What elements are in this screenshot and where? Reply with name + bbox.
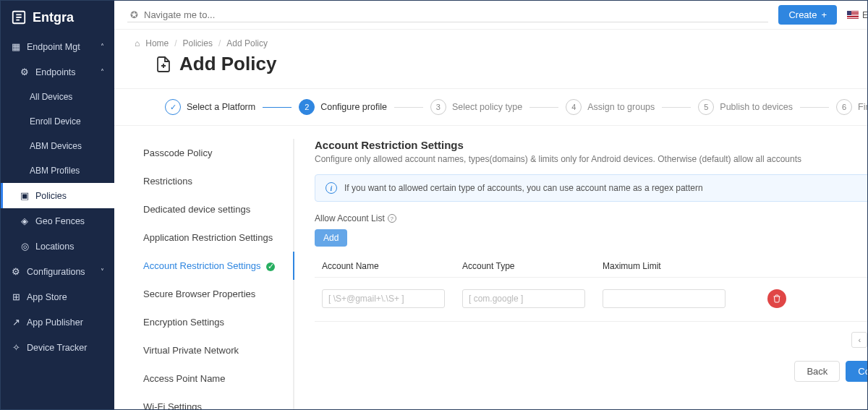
gear-icon: ⚙: [11, 266, 21, 277]
brand-name: Entgra: [33, 10, 74, 25]
step-label: Assign to groups: [587, 102, 655, 112]
step-6[interactable]: 6 Finish: [836, 99, 868, 115]
sidebar-label: App Store: [27, 292, 67, 302]
publish-icon: ↗: [11, 317, 21, 328]
sidebar-label: ABM Profiles: [30, 166, 80, 176]
create-label: Create: [788, 9, 817, 20]
nodes-icon: ⚙: [20, 67, 30, 77]
sidebar-label: Endpoints: [35, 67, 76, 77]
step-label: Select a Platform: [187, 102, 255, 112]
track-icon: ✧: [11, 342, 21, 353]
sidebar-item-abm-devices[interactable]: ABM Devices: [1, 134, 114, 158]
sidebar-item-locations[interactable]: ◎ Locations: [1, 234, 114, 259]
tab-restrictions[interactable]: Restrictions: [139, 167, 286, 195]
step-label: Configure profile: [320, 102, 387, 112]
step-5[interactable]: 5 Publish to devices: [698, 99, 793, 115]
chevron-down-icon: ˅: [101, 268, 104, 276]
account-name-input[interactable]: [322, 289, 445, 308]
policy-icon: ▣: [20, 190, 30, 201]
sidebar-label: Device Tracker: [27, 343, 87, 353]
sidebar-item-policies[interactable]: ▣ Policies: [1, 183, 114, 208]
delete-row-button[interactable]: [767, 289, 786, 308]
max-limit-input[interactable]: [603, 289, 726, 308]
help-icon[interactable]: ?: [388, 214, 396, 223]
sidebar-item-geo-fences[interactable]: ◈ Geo Fences: [1, 208, 114, 234]
plus-icon: +: [821, 9, 827, 20]
account-type-input[interactable]: [462, 289, 585, 308]
compass-icon: ✪: [130, 9, 138, 20]
col-account-name: Account Name: [322, 261, 459, 271]
step-2[interactable]: 2 Configure profile: [299, 99, 387, 115]
file-plus-icon: [155, 56, 172, 73]
sidebar-item-app-store[interactable]: ⊞ App Store: [1, 284, 114, 309]
sidebar-item-app-publisher[interactable]: ↗ App Publisher: [1, 309, 114, 335]
sidebar-label: Geo Fences: [35, 216, 85, 226]
allow-list-label: Allow Account List ?: [315, 213, 868, 223]
step-label: Publish to devices: [720, 102, 793, 112]
grid-icon: ▦: [11, 41, 21, 52]
sidebar-item-configurations[interactable]: ⚙ Configurations ˅: [1, 259, 114, 284]
sidebar-label: Configurations: [27, 267, 85, 277]
us-flag-icon: [847, 11, 859, 19]
breadcrumb: ⌂ Home / Policies / Add Policy: [135, 38, 868, 48]
col-account-type: Account Type: [462, 261, 600, 271]
col-max-limit: Maximum Limit: [603, 261, 740, 271]
chevron-up-icon: ˄: [101, 43, 104, 51]
tab-passcode[interactable]: Passcode Policy: [139, 139, 286, 167]
sidebar-label: All Devices: [30, 92, 72, 102]
logo-icon: [11, 9, 27, 25]
sidebar-label: ABM Devices: [30, 141, 82, 151]
sidebar-label: App Publisher: [27, 317, 83, 328]
check-icon: ✓: [165, 99, 181, 115]
tab-account-restriction[interactable]: Account Restriction Settings ✓: [139, 252, 286, 280]
step-label: Select policy type: [452, 102, 522, 112]
sidebar-item-device-tracker[interactable]: ✧ Device Tracker: [1, 335, 114, 360]
sidebar-item-enroll-device[interactable]: Enroll Device: [1, 109, 114, 134]
tab-wifi[interactable]: Wi-Fi Settings: [139, 393, 286, 409]
sidebar-label: Policies: [35, 191, 67, 201]
tab-label: Account Restriction Settings: [143, 260, 261, 271]
continue-button[interactable]: Continue: [846, 361, 868, 382]
sidebar-item-endpoint-mgt[interactable]: ▦ Endpoint Mgt ˄: [1, 34, 114, 59]
pin-icon: ◎: [20, 241, 30, 252]
trash-icon: [773, 294, 781, 303]
tab-vpn[interactable]: Virtual Private Network: [139, 336, 286, 364]
home-icon: ⌂: [135, 38, 140, 48]
pagination: ‹ 1 ›: [315, 332, 868, 348]
table-row: [315, 278, 868, 322]
sidebar-item-abm-profiles[interactable]: ABM Profiles: [1, 158, 114, 183]
language-label: English: [862, 10, 868, 20]
crumb-home[interactable]: Home: [145, 38, 169, 48]
tab-secure-browser[interactable]: Secure Browser Properties: [139, 280, 286, 308]
search-input[interactable]: [144, 9, 765, 20]
step-4[interactable]: 4 Assign to groups: [566, 99, 655, 115]
add-button[interactable]: Add: [315, 229, 347, 247]
tab-dedicated[interactable]: Dedicated device settings: [139, 195, 286, 223]
chevron-up-icon: ˄: [101, 68, 104, 76]
panel-subtitle: Configure only allowed account names, ty…: [315, 154, 801, 164]
sidebar-item-all-devices[interactable]: All Devices: [1, 85, 114, 109]
store-icon: ⊞: [11, 291, 21, 302]
fence-icon: ◈: [20, 215, 30, 226]
panel-title: Account Restriction Settings: [315, 139, 801, 151]
page-title: Add Policy: [155, 53, 868, 75]
info-banner: i If you want to allowed certain type of…: [315, 174, 868, 202]
crumb-current: Add Policy: [226, 38, 268, 48]
tab-app-restriction[interactable]: Application Restriction Settings: [139, 223, 286, 252]
brand-logo[interactable]: Entgra: [1, 1, 114, 34]
crumb-policies[interactable]: Policies: [183, 38, 213, 48]
global-search[interactable]: ✪: [127, 8, 768, 22]
info-icon: i: [326, 182, 337, 194]
language-selector[interactable]: English ▾: [847, 10, 868, 20]
back-button[interactable]: Back: [794, 361, 840, 382]
sidebar-label: Endpoint Mgt: [27, 42, 80, 52]
tab-encryption[interactable]: Encryption Settings: [139, 308, 286, 336]
sidebar-item-endpoints[interactable]: ⚙ Endpoints ˄: [1, 59, 114, 85]
step-label: Finish: [858, 102, 868, 112]
page-prev[interactable]: ‹: [851, 332, 867, 348]
stepper: ✓ Select a Platform 2 Configure profile …: [114, 89, 868, 126]
step-3[interactable]: 3 Select policy type: [430, 99, 522, 115]
step-1[interactable]: ✓ Select a Platform: [165, 99, 255, 115]
tab-apn[interactable]: Access Point Name: [139, 364, 286, 393]
create-button[interactable]: Create +: [778, 5, 837, 25]
